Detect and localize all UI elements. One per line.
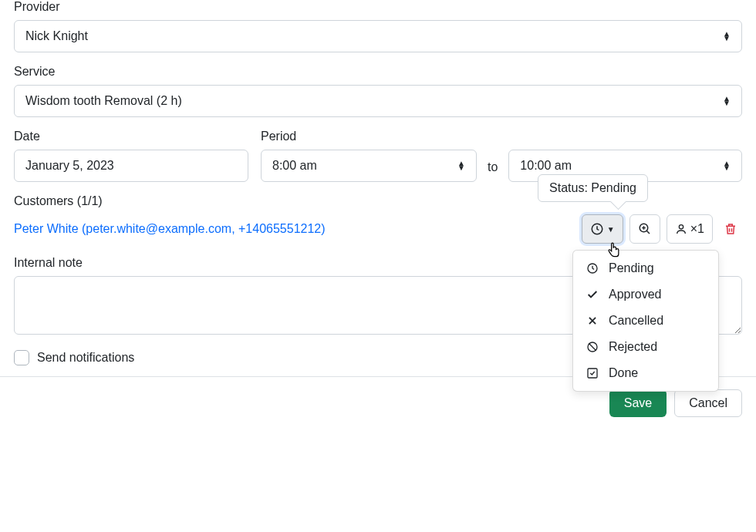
clock-icon [586, 262, 599, 274]
provider-value: Nick Knight [25, 27, 88, 45]
x-icon [586, 315, 599, 326]
select-arrows-icon: ▲▼ [723, 32, 731, 41]
ban-icon [586, 341, 599, 353]
delete-customer-button[interactable] [719, 217, 742, 241]
status-option-rejected[interactable]: Rejected [573, 334, 718, 360]
status-option-approved[interactable]: Approved [573, 281, 718, 308]
attendee-count-button[interactable]: ×1 [667, 214, 713, 244]
search-detail-button[interactable] [629, 214, 660, 244]
status-option-label: Done [609, 366, 638, 380]
check-square-icon [586, 367, 599, 379]
date-input[interactable] [14, 150, 248, 182]
cancel-button[interactable]: Cancel [674, 389, 742, 417]
status-tooltip: Status: Pending [538, 174, 648, 202]
customer-link[interactable]: Peter White (peter.white@example.com, +1… [14, 222, 326, 236]
status-option-label: Approved [609, 288, 662, 301]
svg-point-5 [679, 225, 683, 229]
status-option-label: Cancelled [609, 314, 663, 328]
provider-select[interactable]: Nick Knight ▲▼ [14, 20, 742, 52]
select-arrows-icon: ▲▼ [723, 96, 731, 106]
select-arrows-icon: ▲▼ [723, 161, 731, 170]
save-button[interactable]: Save [609, 389, 667, 417]
period-to-label: to [488, 160, 498, 182]
search-plus-icon [638, 222, 652, 236]
provider-label: Provider [14, 0, 742, 14]
period-start-value: 8:00 am [272, 157, 317, 175]
period-label: Period [261, 130, 477, 143]
status-option-label: Pending [609, 261, 654, 275]
period-end-value: 10:00 am [520, 157, 572, 175]
status-option-label: Rejected [609, 340, 657, 354]
check-icon [586, 288, 599, 301]
trash-icon [724, 222, 737, 236]
status-option-pending[interactable]: Pending [573, 255, 718, 281]
chevron-down-icon: ▼ [607, 225, 615, 234]
date-label: Date [14, 130, 248, 143]
status-dropdown-menu: Pending Approved Cancelled [572, 250, 719, 392]
select-arrows-icon: ▲▼ [457, 161, 465, 170]
service-select[interactable]: Wisdom tooth Removal (2 h) ▲▼ [14, 85, 742, 117]
send-notifications-label: Send notifications [37, 351, 134, 365]
service-value: Wisdom tooth Removal (2 h) [25, 92, 182, 110]
svg-line-8 [589, 343, 596, 350]
svg-line-2 [646, 231, 650, 234]
status-option-cancelled[interactable]: Cancelled [573, 308, 718, 334]
service-label: Service [14, 65, 742, 79]
period-start-select[interactable]: 8:00 am ▲▼ [261, 150, 477, 182]
svg-rect-9 [588, 369, 597, 378]
send-notifications-checkbox[interactable] [14, 350, 29, 365]
attendee-count-text: ×1 [690, 222, 704, 236]
status-option-done[interactable]: Done [573, 360, 718, 386]
clock-icon [590, 222, 604, 236]
person-icon [675, 223, 687, 235]
status-dropdown-button[interactable]: ▼ [582, 214, 623, 244]
